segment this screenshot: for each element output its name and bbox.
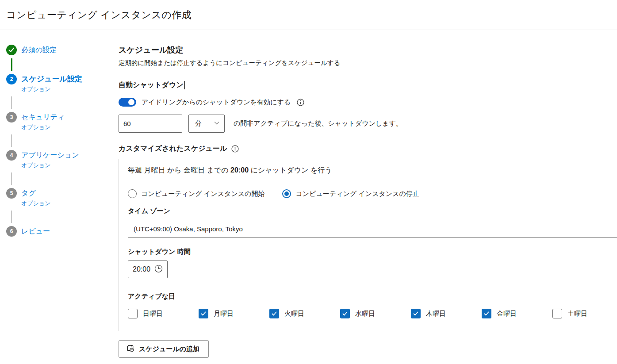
wizard-sidebar: 必須の設定 2 スケジュール設定 オプション 3 セキュリティ オプション 4 … <box>0 30 105 364</box>
day-checkbox-friday[interactable]: 金曜日 <box>482 309 552 318</box>
sidebar-item-label: アプリケーション <box>21 150 79 161</box>
checkbox-unchecked <box>552 309 562 318</box>
sidebar-item-review[interactable]: 6 レビュー <box>6 226 105 237</box>
sidebar-item-label: スケジュール設定 <box>21 74 82 84</box>
shutdown-time-label: シャットダウン 時間 <box>128 248 617 256</box>
sidebar-item-label: タグ <box>21 188 51 199</box>
add-schedule-button[interactable]: スケジュールの追加 <box>119 340 209 358</box>
checkbox-unchecked <box>128 309 138 318</box>
sidebar-item-label: セキュリティ <box>21 112 65 123</box>
idle-shutdown-toggle[interactable] <box>119 98 136 107</box>
toggle-knob <box>128 99 134 105</box>
day-checkbox-thursday[interactable]: 木曜日 <box>411 309 482 318</box>
sidebar-item-subtitle: オプション <box>21 85 82 93</box>
add-schedule-button-label: スケジュールの追加 <box>139 345 199 353</box>
day-label: 水曜日 <box>355 310 375 318</box>
idle-minutes-input[interactable] <box>119 115 182 133</box>
step-connector <box>11 172 12 185</box>
section-description: 定期的に開始または停止するようにコンピューティングをスケジュールする <box>119 59 617 67</box>
day-checkbox-wednesday[interactable]: 水曜日 <box>340 309 411 318</box>
sidebar-item-subtitle: オプション <box>21 123 65 131</box>
chevron-down-icon <box>214 120 220 127</box>
sidebar-item-applications[interactable]: 4 アプリケーション オプション <box>6 150 105 169</box>
radio-start-label: コンピューティング インスタンスの開始 <box>141 190 264 198</box>
step-number-badge: 3 <box>6 112 17 123</box>
idle-shutdown-toggle-label: アイドリングからのシャットダウンを有効にする <box>142 98 291 107</box>
sidebar-item-label: レビュー <box>21 226 50 237</box>
schedule-settings-panel: スケジュール設定 定期的に開始または停止するようにコンピューティングをスケジュー… <box>105 30 617 364</box>
custom-schedule-heading-text: カスタマイズされたスケジュール <box>119 144 227 153</box>
checkbox-checked <box>411 309 421 318</box>
timezone-value: (UTC+09:00) Osaka, Sapporo, Tokyo <box>134 225 243 233</box>
day-label: 木曜日 <box>426 310 446 318</box>
shutdown-time-input[interactable]: 20:00 <box>128 261 168 278</box>
schedule-summary-suffix: にシャットダウン を行う <box>249 166 332 174</box>
sidebar-item-subtitle: オプション <box>21 199 51 207</box>
step-connector <box>11 134 12 147</box>
info-icon[interactable] <box>297 99 304 106</box>
radio-stop-label: コンピューティング インスタンスの停止 <box>295 190 419 198</box>
sidebar-item-tags[interactable]: 5 タグ オプション <box>6 188 105 207</box>
sidebar-item-label: 必須の設定 <box>21 45 57 55</box>
text-cursor <box>184 81 185 89</box>
day-checkbox-saturday[interactable]: 土曜日 <box>552 309 617 318</box>
step-number-badge: 5 <box>6 188 17 199</box>
day-label: 金曜日 <box>497 310 517 318</box>
sidebar-item-subtitle: オプション <box>21 161 79 169</box>
time-unit-select[interactable]: 分 <box>188 115 225 133</box>
clock-icon[interactable] <box>154 264 163 275</box>
checkbox-checked <box>482 309 491 318</box>
active-days-group: 日曜日 月曜日 火曜日 水曜日 <box>128 309 617 318</box>
step-number-badge: 2 <box>6 74 17 84</box>
radio-stop-instance[interactable]: コンピューティング インスタンスの停止 <box>282 189 419 198</box>
page-header: コンピューティング インスタンスの作成 <box>0 0 617 30</box>
check-circle-icon <box>6 45 17 55</box>
page-section-title: スケジュール設定 <box>119 45 617 55</box>
step-number-badge: 6 <box>6 226 17 237</box>
schedule-summary: 毎週 月曜日 から 金曜日 までの 20:00 にシャットダウン を行う <box>119 159 617 182</box>
day-label: 火曜日 <box>284 310 304 318</box>
sidebar-item-schedule[interactable]: 2 スケジュール設定 オプション <box>6 74 105 93</box>
step-connector <box>11 211 12 223</box>
day-checkbox-sunday[interactable]: 日曜日 <box>128 309 199 318</box>
radio-circle-selected <box>282 189 291 198</box>
auto-shutdown-heading-text: 自動シャットダウン <box>119 80 184 90</box>
timezone-label: タイム ゾーン <box>128 207 617 215</box>
schedule-summary-prefix: 毎週 月曜日 から 金曜日 までの <box>128 166 230 174</box>
shutdown-time-value: 20:00 <box>133 265 150 273</box>
step-connector <box>11 96 12 109</box>
radio-start-instance[interactable]: コンピューティング インスタンスの開始 <box>128 189 264 198</box>
sidebar-item-required-settings[interactable]: 必須の設定 <box>6 45 105 55</box>
day-label: 月曜日 <box>214 310 234 318</box>
day-label: 日曜日 <box>143 310 163 318</box>
idle-shutdown-suffix-text: の間非アクティブになった後、シャットダウンします。 <box>234 119 402 128</box>
calendar-clock-icon <box>126 344 134 354</box>
schedule-card: 毎週 月曜日 から 金曜日 までの 20:00 にシャットダウン を行う コンピ… <box>119 159 617 331</box>
checkbox-checked <box>199 309 208 318</box>
auto-shutdown-heading: 自動シャットダウン <box>119 80 617 90</box>
timezone-select[interactable]: (UTC+09:00) Osaka, Sapporo, Tokyo <box>128 220 617 238</box>
custom-schedule-heading: カスタマイズされたスケジュール <box>119 144 617 153</box>
sidebar-item-security[interactable]: 3 セキュリティ オプション <box>6 112 105 131</box>
day-checkbox-tuesday[interactable]: 火曜日 <box>269 309 340 318</box>
page-title: コンピューティング インスタンスの作成 <box>6 8 192 22</box>
schedule-summary-time: 20:00 <box>230 166 249 174</box>
radio-circle-unselected <box>128 189 137 198</box>
info-icon[interactable] <box>231 145 239 153</box>
day-checkbox-monday[interactable]: 月曜日 <box>199 309 269 318</box>
step-number-badge: 4 <box>6 150 17 161</box>
checkbox-checked <box>269 309 279 318</box>
checkbox-checked <box>340 309 350 318</box>
time-unit-value: 分 <box>195 119 202 128</box>
active-days-label: アクティブな日 <box>128 292 617 301</box>
step-connector <box>11 58 12 71</box>
day-label: 土曜日 <box>567 310 587 318</box>
